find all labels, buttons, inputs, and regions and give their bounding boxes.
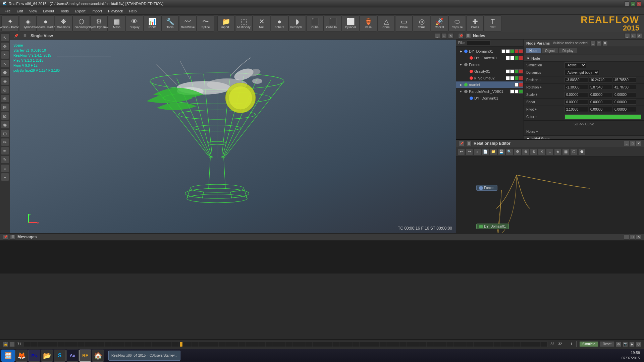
toolbar-geometry[interactable]: ⬡ Geometry bbox=[72, 15, 90, 32]
rel-editor-canvas[interactable]: martini Forces DY_Domain01 DY_Emitter01 bbox=[456, 157, 644, 233]
color-bar[interactable] bbox=[565, 114, 641, 120]
tab-object[interactable]: Object bbox=[541, 48, 558, 54]
position-z[interactable] bbox=[613, 77, 636, 82]
vp-close-button[interactable]: ✕ bbox=[448, 33, 453, 39]
node-row-dy-emitter01[interactable]: DY_Emitter01 bbox=[456, 55, 523, 61]
nodes-close-button[interactable]: ✕ bbox=[637, 33, 642, 39]
minimize-button[interactable]: _ bbox=[625, 1, 629, 6]
rel-tb-circle[interactable]: ○ bbox=[474, 148, 481, 155]
rel-node-forces[interactable]: Forces bbox=[476, 185, 497, 191]
simulate-button[interactable]: Simulate bbox=[579, 341, 598, 347]
rel-close-button[interactable]: ✕ bbox=[636, 141, 641, 146]
rel-node-dy-domain01[interactable]: DY_Domain01 bbox=[476, 224, 509, 229]
title-bar-controls[interactable]: _ □ ✕ bbox=[625, 1, 641, 6]
toolbar-standard-particles[interactable]: ● Standard - Particles bbox=[37, 15, 54, 32]
rel-pin-button[interactable]: 📌 bbox=[459, 141, 464, 146]
taskbar-home[interactable]: 🏠 bbox=[92, 350, 104, 362]
lt-tool6[interactable]: ◈ bbox=[1, 77, 9, 85]
sb-camera-button[interactable]: 📷 bbox=[623, 342, 628, 347]
toolbar-idoc[interactable]: 📊 IDOC bbox=[144, 15, 161, 32]
lt-select[interactable]: ↖ bbox=[1, 34, 9, 42]
timeline-marker[interactable] bbox=[180, 342, 182, 347]
node-row-k-volume02[interactable]: k_Volume02 bbox=[456, 75, 523, 81]
taskbar-after-effects[interactable]: Ae bbox=[66, 350, 78, 362]
menu-help[interactable]: Help bbox=[126, 8, 140, 14]
taskbar-skype[interactable]: S bbox=[54, 350, 66, 362]
lt-move[interactable]: ✥ bbox=[1, 42, 9, 50]
close-button[interactable]: ✕ bbox=[637, 1, 641, 6]
sb-menu-button[interactable]: ☰ bbox=[9, 342, 15, 347]
vp-pin-button[interactable]: 📌 bbox=[13, 34, 19, 38]
rel-tb-search[interactable]: 🔍 bbox=[506, 148, 513, 155]
toolbar-dyverso[interactable]: ✦ Dyverso - Particles bbox=[1, 15, 19, 32]
node-row-martini[interactable]: ▶ martini bbox=[456, 81, 523, 88]
shear-z[interactable] bbox=[613, 100, 636, 105]
taskbar-realflow[interactable]: RF bbox=[79, 350, 91, 362]
toolbar-sphere[interactable]: ● Sphere bbox=[271, 15, 288, 32]
rel-tb-tool7[interactable]: ▦ bbox=[562, 148, 570, 155]
msg-menu-button[interactable]: ☰ bbox=[10, 234, 15, 240]
sb-lock-button[interactable]: 🔒 bbox=[3, 342, 8, 347]
toolbar-display[interactable]: 👁 Display bbox=[126, 15, 143, 32]
taskbar-start-button[interactable]: 🪟 bbox=[1, 350, 15, 362]
rotation-z[interactable] bbox=[613, 85, 636, 90]
vp-maximize-button[interactable]: □ bbox=[441, 33, 447, 39]
taskbar-firefox[interactable]: 🦊 bbox=[15, 350, 28, 362]
node-row-forces[interactable]: ▼ Forces bbox=[456, 61, 523, 68]
menu-layout[interactable]: Layout bbox=[40, 8, 57, 14]
scale-x[interactable] bbox=[565, 92, 588, 97]
shear-x[interactable] bbox=[565, 100, 588, 105]
toolbar-text[interactable]: T Text bbox=[484, 15, 501, 32]
pivot-y[interactable] bbox=[589, 107, 612, 112]
lt-tool13[interactable]: ✏ bbox=[1, 138, 9, 146]
toolbar-object-dynamics[interactable]: ⚙ Object Dynamics bbox=[90, 15, 108, 32]
position-y[interactable] bbox=[589, 77, 612, 82]
dynamics-select[interactable]: Active rigid body Passive bbox=[565, 70, 599, 75]
rel-tb-tool2[interactable]: ⊕ bbox=[522, 148, 529, 155]
menu-view[interactable]: View bbox=[26, 8, 40, 14]
rel-tb-tool5[interactable]: ⬦ bbox=[546, 148, 553, 155]
taskbar-file-explorer[interactable]: 📂 bbox=[41, 350, 53, 362]
lt-tool9[interactable]: ⊞ bbox=[1, 103, 9, 111]
toolbar-hybrido[interactable]: ◈ Hybrido bbox=[19, 15, 37, 32]
toolbar-spline[interactable]: 〜 Spline bbox=[197, 15, 214, 32]
menu-tools[interactable]: Tools bbox=[57, 8, 71, 14]
lt-tool16[interactable]: ⬦ bbox=[1, 164, 9, 172]
lt-scale[interactable]: ⤡ bbox=[1, 60, 9, 68]
sb-tool1-button[interactable]: ⬡ bbox=[636, 342, 641, 347]
menu-file[interactable]: File bbox=[2, 8, 13, 14]
toolbar-cross[interactable]: ✚ Cross bbox=[466, 15, 484, 32]
scale-z[interactable] bbox=[613, 92, 636, 97]
lt-tool12[interactable]: ⬡ bbox=[1, 129, 9, 137]
timeline[interactable] bbox=[24, 342, 548, 347]
rel-tb-save[interactable]: 💾 bbox=[498, 148, 505, 155]
toolbar-tools[interactable]: 🔧 Tools bbox=[161, 15, 179, 32]
node-row-dy-domain01[interactable]: ▶ DY_Domain01 bbox=[456, 48, 523, 55]
toolbar-plane[interactable]: ▭ Plane bbox=[395, 15, 413, 32]
node-row-dy-domain01-2[interactable]: DY_Domain01 bbox=[456, 95, 523, 102]
rel-tb-redo[interactable]: ↪ bbox=[466, 148, 473, 155]
rotation-y[interactable] bbox=[589, 85, 612, 90]
lt-tool14[interactable]: ✒ bbox=[1, 147, 9, 155]
msg-maximize-button[interactable]: □ bbox=[630, 234, 635, 240]
tab-display[interactable]: Display bbox=[559, 48, 577, 54]
lt-tool15[interactable]: ✎ bbox=[1, 156, 9, 164]
pivot-x[interactable] bbox=[565, 107, 588, 112]
rel-tb-tool3[interactable]: ⊗ bbox=[530, 148, 537, 155]
node-row-gravity01[interactable]: Gravity01 bbox=[456, 68, 523, 75]
np-close-button[interactable]: ✕ bbox=[602, 41, 608, 46]
lt-tool8[interactable]: ⊗ bbox=[1, 95, 9, 103]
toolbar-cylinder[interactable]: ⬜ Cylinder bbox=[342, 15, 359, 32]
toolbar-cone[interactable]: △ Cone bbox=[377, 15, 395, 32]
pivot-z[interactable] bbox=[613, 107, 636, 112]
simulation-select[interactable]: Active Inactive bbox=[565, 62, 586, 68]
toolbar-realwave[interactable]: 〰 RealWave bbox=[179, 15, 197, 32]
vp-minimize-button[interactable]: _ bbox=[435, 33, 440, 39]
np-maximize-button[interactable]: □ bbox=[596, 41, 602, 46]
lt-tool10[interactable]: ⊠ bbox=[1, 112, 9, 120]
msg-pin-button[interactable]: 📌 bbox=[3, 234, 8, 240]
toolbar-null[interactable]: ✕ Null bbox=[253, 15, 270, 32]
toolbar-mesh[interactable]: ▦ Mesh bbox=[108, 15, 125, 32]
scale-y[interactable] bbox=[589, 92, 612, 97]
rel-tb-file[interactable]: 📄 bbox=[482, 148, 489, 155]
